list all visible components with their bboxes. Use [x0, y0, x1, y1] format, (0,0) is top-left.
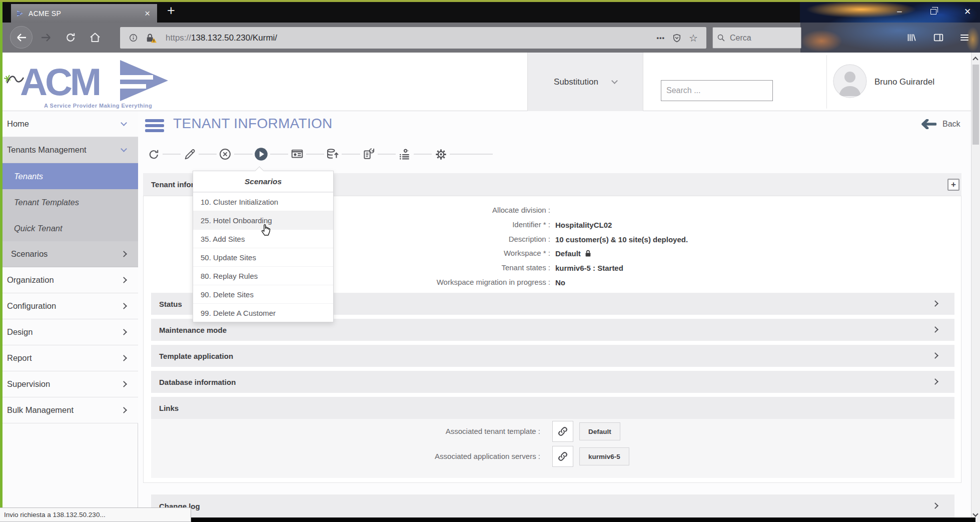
- scroll-down-icon[interactable]: [972, 511, 978, 516]
- screen-left-edge: [0, 2, 3, 522]
- tenant-template-chip[interactable]: Default: [579, 422, 620, 440]
- chevron-right-icon: [121, 303, 127, 309]
- sidebar-item-tenant-templates[interactable]: Tenant Templates: [0, 189, 138, 215]
- add-button[interactable]: +: [947, 179, 959, 191]
- application-server-chip[interactable]: kurmiv6-5: [579, 447, 629, 465]
- sidebar-item-quick-tenant[interactable]: Quick Tenant: [0, 215, 138, 241]
- page-title: TENANT INFORMATION: [173, 116, 333, 132]
- browser-back-button[interactable]: [10, 26, 33, 49]
- delete-button[interactable]: [217, 146, 233, 162]
- new-tab-button[interactable]: +: [167, 3, 175, 19]
- sidebar-item-label: Quick Tenant: [14, 224, 63, 233]
- user-name: Bruno Guirardel: [874, 53, 934, 111]
- sidebar-item-bulk-management[interactable]: Bulk Management: [0, 397, 138, 423]
- status-text: Invio richiesta a 138.132.50.230...: [4, 511, 106, 518]
- avatar[interactable]: [833, 64, 867, 98]
- page-actions-icon[interactable]: •••: [656, 34, 665, 42]
- tab-favicon-icon: [16, 10, 24, 18]
- hamburger-icon: [959, 32, 970, 43]
- section-links[interactable]: Links: [151, 397, 954, 419]
- replay-document-button[interactable]: [361, 146, 377, 162]
- page-scrollbar[interactable]: [971, 53, 980, 522]
- url-bar[interactable]: https://138.132.50.230/Kurmi/ ••• ☆: [120, 27, 706, 49]
- browser-status-tooltip: Invio richiesta a 138.132.50.230...: [0, 507, 191, 522]
- substitution-label: Substitution: [554, 77, 598, 87]
- browser-tab[interactable]: ACME SP ×: [11, 4, 157, 23]
- chevron-right-icon: [121, 329, 127, 335]
- database-up-icon: [326, 148, 339, 161]
- sidebar-item-design[interactable]: Design: [0, 319, 138, 345]
- bookmark-star-icon[interactable]: ☆: [689, 32, 698, 44]
- tab-close-icon[interactable]: ×: [143, 8, 152, 19]
- bottom-black-bar: [169, 517, 975, 522]
- link-tenant-template-button[interactable]: [552, 421, 573, 442]
- header-divider: [826, 55, 827, 109]
- tab-title: ACME SP: [29, 10, 143, 18]
- field-value-workspace: Default: [555, 248, 591, 259]
- chevron-right-icon: [932, 502, 938, 509]
- window-restore-button[interactable]: [922, 4, 945, 19]
- settings-button[interactable]: [433, 146, 449, 162]
- edit-button[interactable]: [182, 146, 198, 162]
- insecure-lock-icon[interactable]: [145, 33, 157, 44]
- browser-reload-button[interactable]: [64, 31, 77, 44]
- menu-item-cluster-initialization[interactable]: 10. Cluster Initialization: [193, 192, 333, 211]
- sidebar-item-configuration[interactable]: Configuration: [0, 293, 138, 319]
- sidebar-item-home[interactable]: Home: [0, 111, 138, 137]
- batch-config-button[interactable]: [397, 146, 413, 162]
- link-row-label: Associated tenant template :: [143, 426, 540, 437]
- dashboard-button[interactable]: [289, 146, 305, 162]
- window-close-button[interactable]: ✕: [956, 4, 979, 19]
- search-icon: [717, 34, 725, 42]
- sidebar-item-label: Scenarios: [11, 249, 48, 259]
- app-search-box[interactable]: [661, 80, 773, 101]
- browser-forward-button[interactable]: [39, 32, 53, 43]
- play-icon: [254, 147, 268, 161]
- sidebar-item-organization[interactable]: Organization: [0, 267, 138, 293]
- app-search-input[interactable]: [665, 86, 760, 96]
- refresh-button[interactable]: [146, 146, 162, 162]
- section-change-log[interactable]: Change log: [151, 494, 954, 517]
- database-upload-button[interactable]: [325, 146, 341, 162]
- sidebar-item-label: Organization: [7, 275, 54, 285]
- library-button[interactable]: [904, 31, 918, 45]
- screen: ACME SP × + – ✕ https://138.132.50.230/K…: [0, 0, 980, 522]
- sidebar-item-tenants[interactable]: Tenants: [0, 163, 138, 189]
- url-scheme: https://: [166, 33, 191, 43]
- pocket-shield-icon[interactable]: [672, 33, 682, 43]
- dropdown-title: Scenarios: [193, 171, 333, 192]
- sidebar-item-tenants-management[interactable]: Tenants Management: [0, 137, 138, 163]
- menu-button[interactable]: [957, 31, 971, 45]
- page-title-menu-icon[interactable]: [145, 119, 165, 134]
- browser-toolbar-overlay: [800, 23, 980, 53]
- browser-home-button[interactable]: [88, 31, 102, 45]
- back-arrow-icon: [16, 33, 27, 42]
- sidebar-item-supervision[interactable]: Supervision: [0, 371, 138, 397]
- back-label: Back: [942, 120, 960, 129]
- chevron-right-icon: [121, 355, 127, 361]
- run-scenario-button[interactable]: [253, 146, 269, 162]
- menu-item-update-sites[interactable]: 50. Update Sites: [193, 248, 333, 266]
- sidebar-toggle-button[interactable]: [931, 31, 945, 45]
- menu-item-delete-a-customer[interactable]: 99. Delete A Customer: [193, 303, 333, 322]
- scroll-up-icon[interactable]: [972, 57, 978, 62]
- back-arrow-icon: [918, 119, 936, 129]
- chevron-right-icon: [932, 326, 938, 333]
- substitution-dropdown[interactable]: Substitution: [527, 53, 643, 111]
- back-button[interactable]: Back: [918, 119, 960, 129]
- sidebar-item-scenarios[interactable]: Scenarios: [0, 241, 138, 267]
- chevron-right-icon: [932, 352, 938, 359]
- site-info-icon[interactable]: [129, 33, 138, 43]
- browser-search-box[interactable]: [712, 27, 801, 49]
- sidebar-item-label: Tenants Management: [7, 145, 87, 155]
- section-template-application[interactable]: Template application: [151, 345, 954, 367]
- link-application-servers-button[interactable]: [552, 446, 573, 467]
- chain-link-icon: [557, 450, 569, 462]
- scrollbar-thumb[interactable]: [972, 65, 979, 145]
- sidebar-item-report[interactable]: Report: [0, 345, 138, 371]
- browser-search-input[interactable]: [729, 33, 789, 43]
- window-minimize-button[interactable]: –: [888, 4, 911, 19]
- menu-item-delete-sites[interactable]: 90. Delete Sites: [193, 285, 333, 303]
- section-database-information[interactable]: Database information: [151, 371, 954, 393]
- menu-item-replay-rules[interactable]: 80. Replay Rules: [193, 266, 333, 285]
